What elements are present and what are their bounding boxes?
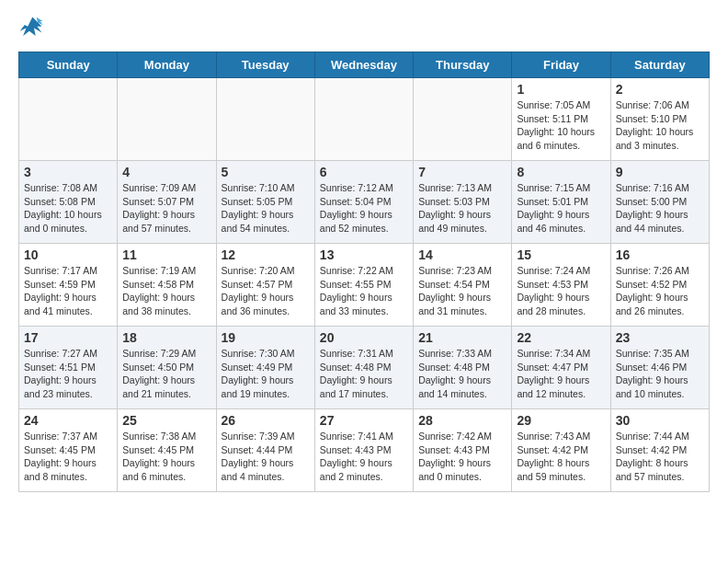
day-info: Sunrise: 7:06 AM Sunset: 5:10 PM Dayligh…: [616, 98, 704, 153]
calendar-week-row: 17Sunrise: 7:27 AM Sunset: 4:51 PM Dayli…: [19, 327, 710, 409]
day-info: Sunrise: 7:05 AM Sunset: 5:11 PM Dayligh…: [517, 98, 605, 153]
calendar-cell: 18Sunrise: 7:29 AM Sunset: 4:50 PM Dayli…: [118, 327, 216, 409]
day-info: Sunrise: 7:33 AM Sunset: 4:48 PM Dayligh…: [418, 347, 506, 401]
calendar-cell: 2Sunrise: 7:06 AM Sunset: 5:10 PM Daylig…: [610, 78, 709, 161]
day-info: Sunrise: 7:16 AM Sunset: 5:00 PM Dayligh…: [616, 181, 704, 236]
calendar-cell: 10Sunrise: 7:17 AM Sunset: 4:59 PM Dayli…: [19, 244, 118, 327]
day-info: Sunrise: 7:34 AM Sunset: 4:47 PM Dayligh…: [517, 347, 605, 401]
calendar-cell: 6Sunrise: 7:12 AM Sunset: 5:04 PM Daylig…: [314, 161, 413, 244]
day-number: 17: [24, 330, 112, 345]
day-number: 28: [418, 413, 506, 428]
calendar-cell: 16Sunrise: 7:26 AM Sunset: 4:52 PM Dayli…: [610, 244, 709, 327]
day-number: 25: [122, 413, 210, 428]
calendar-cell: 19Sunrise: 7:30 AM Sunset: 4:49 PM Dayli…: [216, 327, 314, 409]
weekday-header: Saturday: [610, 52, 709, 78]
day-info: Sunrise: 7:37 AM Sunset: 4:45 PM Dayligh…: [24, 430, 112, 484]
weekday-header: Thursday: [414, 52, 512, 78]
day-number: 30: [616, 413, 704, 428]
calendar-cell: 20Sunrise: 7:31 AM Sunset: 4:48 PM Dayli…: [314, 327, 413, 409]
calendar-cell: [216, 78, 314, 161]
day-number: 27: [320, 413, 408, 428]
page-container: SundayMondayTuesdayWednesdayThursdayFrid…: [0, 0, 728, 507]
day-info: Sunrise: 7:09 AM Sunset: 5:07 PM Dayligh…: [122, 181, 210, 236]
day-info: Sunrise: 7:39 AM Sunset: 4:44 PM Dayligh…: [222, 430, 310, 484]
calendar-cell: 29Sunrise: 7:43 AM Sunset: 4:42 PM Dayli…: [512, 409, 610, 492]
day-number: 6: [320, 165, 408, 179]
day-number: 20: [320, 330, 408, 345]
calendar-week-row: 3Sunrise: 7:08 AM Sunset: 5:08 PM Daylig…: [19, 161, 710, 244]
calendar-cell: 11Sunrise: 7:19 AM Sunset: 4:58 PM Dayli…: [118, 244, 216, 327]
calendar-cell: 12Sunrise: 7:20 AM Sunset: 4:57 PM Dayli…: [216, 244, 314, 327]
day-info: Sunrise: 7:43 AM Sunset: 4:42 PM Dayligh…: [517, 430, 605, 484]
day-info: Sunrise: 7:17 AM Sunset: 4:59 PM Dayligh…: [24, 264, 112, 318]
day-info: Sunrise: 7:29 AM Sunset: 4:50 PM Dayligh…: [122, 347, 210, 401]
calendar-cell: [314, 78, 413, 161]
page-header: [18, 15, 710, 40]
day-number: 15: [517, 247, 605, 262]
day-number: 4: [122, 165, 210, 179]
calendar-cell: 13Sunrise: 7:22 AM Sunset: 4:55 PM Dayli…: [314, 244, 413, 327]
calendar-cell: 5Sunrise: 7:10 AM Sunset: 5:05 PM Daylig…: [216, 161, 314, 244]
logo: [18, 15, 51, 40]
weekday-header: Tuesday: [216, 52, 314, 78]
day-number: 14: [418, 247, 506, 262]
day-info: Sunrise: 7:41 AM Sunset: 4:43 PM Dayligh…: [320, 430, 408, 484]
calendar-cell: 27Sunrise: 7:41 AM Sunset: 4:43 PM Dayli…: [314, 409, 413, 492]
day-number: 10: [24, 247, 112, 262]
day-info: Sunrise: 7:26 AM Sunset: 4:52 PM Dayligh…: [616, 264, 704, 318]
weekday-header: Sunday: [19, 52, 118, 78]
calendar-week-row: 1Sunrise: 7:05 AM Sunset: 5:11 PM Daylig…: [19, 78, 710, 161]
calendar-cell: 15Sunrise: 7:24 AM Sunset: 4:53 PM Dayli…: [512, 244, 610, 327]
day-info: Sunrise: 7:15 AM Sunset: 5:01 PM Dayligh…: [517, 181, 605, 236]
day-number: 3: [24, 165, 112, 179]
day-info: Sunrise: 7:19 AM Sunset: 4:58 PM Dayligh…: [122, 264, 210, 318]
day-info: Sunrise: 7:13 AM Sunset: 5:03 PM Dayligh…: [418, 181, 506, 236]
calendar-header-row: SundayMondayTuesdayWednesdayThursdayFrid…: [19, 52, 710, 78]
day-number: 9: [616, 165, 704, 179]
day-number: 21: [418, 330, 506, 345]
weekday-header: Monday: [118, 52, 216, 78]
day-number: 5: [222, 165, 310, 179]
logo-icon: [18, 15, 48, 40]
day-info: Sunrise: 7:30 AM Sunset: 4:49 PM Dayligh…: [222, 347, 310, 401]
day-number: 1: [517, 82, 605, 97]
day-info: Sunrise: 7:22 AM Sunset: 4:55 PM Dayligh…: [320, 264, 408, 318]
calendar-cell: 30Sunrise: 7:44 AM Sunset: 4:42 PM Dayli…: [610, 409, 709, 492]
calendar-cell: [19, 78, 118, 161]
calendar-table: SundayMondayTuesdayWednesdayThursdayFrid…: [18, 52, 710, 492]
day-number: 23: [616, 330, 704, 345]
day-number: 24: [24, 413, 112, 428]
calendar-cell: 25Sunrise: 7:38 AM Sunset: 4:45 PM Dayli…: [118, 409, 216, 492]
day-number: 13: [320, 247, 408, 262]
calendar-cell: 9Sunrise: 7:16 AM Sunset: 5:00 PM Daylig…: [610, 161, 709, 244]
day-number: 19: [222, 330, 310, 345]
day-number: 8: [517, 165, 605, 179]
day-number: 16: [616, 247, 704, 262]
day-info: Sunrise: 7:08 AM Sunset: 5:08 PM Dayligh…: [24, 181, 112, 236]
calendar-cell: 23Sunrise: 7:35 AM Sunset: 4:46 PM Dayli…: [610, 327, 709, 409]
day-info: Sunrise: 7:44 AM Sunset: 4:42 PM Dayligh…: [616, 430, 704, 484]
calendar-cell: [414, 78, 512, 161]
day-number: 18: [122, 330, 210, 345]
calendar-cell: 24Sunrise: 7:37 AM Sunset: 4:45 PM Dayli…: [19, 409, 118, 492]
calendar-cell: 1Sunrise: 7:05 AM Sunset: 5:11 PM Daylig…: [512, 78, 610, 161]
calendar-cell: 28Sunrise: 7:42 AM Sunset: 4:43 PM Dayli…: [414, 409, 512, 492]
calendar-cell: 7Sunrise: 7:13 AM Sunset: 5:03 PM Daylig…: [414, 161, 512, 244]
day-number: 7: [418, 165, 506, 179]
calendar-week-row: 10Sunrise: 7:17 AM Sunset: 4:59 PM Dayli…: [19, 244, 710, 327]
day-info: Sunrise: 7:10 AM Sunset: 5:05 PM Dayligh…: [222, 181, 310, 236]
weekday-header: Friday: [512, 52, 610, 78]
day-info: Sunrise: 7:31 AM Sunset: 4:48 PM Dayligh…: [320, 347, 408, 401]
calendar-cell: 8Sunrise: 7:15 AM Sunset: 5:01 PM Daylig…: [512, 161, 610, 244]
day-number: 22: [517, 330, 605, 345]
day-number: 26: [222, 413, 310, 428]
day-info: Sunrise: 7:27 AM Sunset: 4:51 PM Dayligh…: [24, 347, 112, 401]
calendar-cell: 4Sunrise: 7:09 AM Sunset: 5:07 PM Daylig…: [118, 161, 216, 244]
day-info: Sunrise: 7:38 AM Sunset: 4:45 PM Dayligh…: [122, 430, 210, 484]
weekday-header: Wednesday: [314, 52, 413, 78]
day-info: Sunrise: 7:23 AM Sunset: 4:54 PM Dayligh…: [418, 264, 506, 318]
day-info: Sunrise: 7:24 AM Sunset: 4:53 PM Dayligh…: [517, 264, 605, 318]
calendar-cell: 22Sunrise: 7:34 AM Sunset: 4:47 PM Dayli…: [512, 327, 610, 409]
calendar-cell: 21Sunrise: 7:33 AM Sunset: 4:48 PM Dayli…: [414, 327, 512, 409]
calendar-cell: 17Sunrise: 7:27 AM Sunset: 4:51 PM Dayli…: [19, 327, 118, 409]
